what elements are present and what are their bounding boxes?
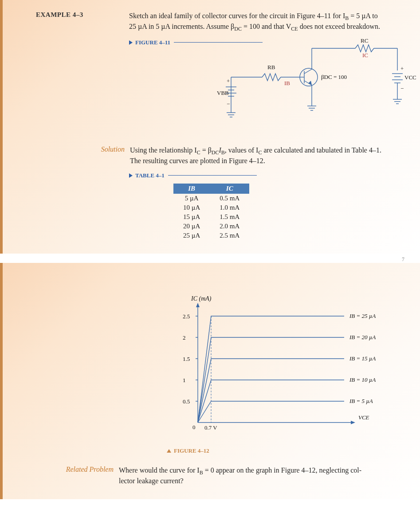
problem-text-frag: = 100 and that V <box>242 23 291 30</box>
cell-ib: 5 µA <box>173 194 210 203</box>
cell-ib: 15 µA <box>173 212 210 222</box>
circuit-ib-label: IB <box>284 80 290 86</box>
chart-yticks: 2.5 2 1.5 1 0.5 <box>183 313 198 405</box>
related-problem-block: Related Problem Where would the curve fo… <box>36 466 404 486</box>
triangle-right-icon <box>129 40 133 45</box>
chart-series-label: IB = 5 µA <box>349 398 373 404</box>
figure-label: FIGURE 4–11 <box>135 39 170 46</box>
table-row: 10 µA1.0 mA <box>173 203 249 212</box>
table-row: 25 µA2.5 mA <box>173 231 249 240</box>
table-label-row: TABLE 4–1 <box>129 172 404 179</box>
circuit-rc-label: RC <box>361 37 368 44</box>
chart-series-label: IB = 20 µA <box>349 334 376 340</box>
sub-b: B <box>221 149 225 156</box>
sub-dc: DC <box>234 26 242 32</box>
example-header: EXAMPLE 4–3 <box>36 11 83 19</box>
triangle-up-icon <box>167 449 171 453</box>
rel-frag: lector leakage current? <box>119 477 184 485</box>
sol-frag: = β <box>200 146 212 154</box>
svg-text:+: + <box>400 65 404 72</box>
example-panel-top: EXAMPLE 4–3 Sketch an ideal family of co… <box>0 0 420 254</box>
chart-series-label: IB = 25 µA <box>349 313 376 319</box>
circuit-beta-label: βDC = 100 <box>321 74 347 80</box>
chart-xlabel: VCE <box>358 414 369 421</box>
figure12-label-row: FIGURE 4–12 <box>167 447 404 454</box>
svg-text:2: 2 <box>183 334 186 341</box>
problem-text-frag: = 5 µA to <box>349 12 377 20</box>
sol-frag: are calculated and tabulated in Table 4–… <box>262 146 381 154</box>
table-row: 5 µA0.5 mA <box>173 194 249 203</box>
circuit-rb-label: RB <box>267 64 275 70</box>
example-panel-bottom: .ax{stroke:#3a6aa8;stroke-width:1.4;fill… <box>0 263 420 499</box>
rel-frag: Where would the curve for I <box>119 466 200 474</box>
svg-marker-41 <box>351 421 355 424</box>
data-table: IB IC 5 µA0.5 mA 10 µA1.0 mA 15 µA1.5 mA… <box>173 184 249 240</box>
chart-series-label: IB = 15 µA <box>349 355 376 362</box>
svg-text:1.5: 1.5 <box>183 356 190 362</box>
sub-c: C <box>197 149 200 156</box>
table-row: 20 µA2.0 mA <box>173 222 249 231</box>
sub-dc: DC <box>212 149 219 156</box>
table-rule <box>168 175 257 176</box>
related-label: Related Problem <box>49 466 114 486</box>
svg-text:+: + <box>227 78 230 84</box>
cell-ic: 0.5 mA <box>210 194 249 203</box>
solution-label: Solution <box>87 145 125 166</box>
cell-ic: 1.0 mA <box>210 203 249 212</box>
svg-marker-39 <box>196 303 200 307</box>
chart-series-label: IB = 10 µA <box>349 376 376 383</box>
sol-frag: The resulting curves are plotted in Figu… <box>130 157 265 164</box>
cell-ic: 1.5 mA <box>210 212 249 222</box>
sub-ce: CE <box>291 26 298 32</box>
page-number: 7 <box>0 256 404 263</box>
sol-frag: , values of I <box>225 146 259 154</box>
sol-frag: Using the relationship I <box>130 146 197 154</box>
figure12-label: FIGURE 4–12 <box>174 447 209 454</box>
svg-text:−: − <box>227 101 230 107</box>
sub-b: B <box>200 469 203 476</box>
related-text: Where would the curve for IB = 0 appear … <box>119 466 361 486</box>
table-row: 15 µA1.5 mA <box>173 212 249 222</box>
chart-xbreak: 0.7 V <box>204 424 217 431</box>
problem-text-frag: does not exceed breakdown. <box>298 23 380 30</box>
cell-ib: 25 µA <box>173 231 210 240</box>
svg-line-17 <box>304 69 312 74</box>
problem-text-frag: Sketch an ideal family of collector curv… <box>129 12 345 20</box>
problem-text-frag: 25 µA in 5 µA increments. Assume β <box>129 23 234 30</box>
cell-ib: 20 µA <box>173 222 210 231</box>
collector-curves-chart: .ax{stroke:#3a6aa8;stroke-width:1.4;fill… <box>167 294 404 442</box>
data-table-wrap: IB IC 5 µA0.5 mA 10 µA1.0 mA 15 µA1.5 mA… <box>173 184 404 240</box>
circuit-diagram: .wire{stroke:#3a6aa8;stroke-width:1.4;fi… <box>213 37 404 132</box>
circuit-vbb-label: VBB <box>217 90 229 96</box>
table-head-ic: IC <box>210 184 249 194</box>
cell-ic: 2.5 mA <box>210 231 249 240</box>
problem-statement: Sketch an ideal family of collector curv… <box>129 11 404 33</box>
chart-ylabel: IC (mA) <box>191 295 212 302</box>
svg-marker-19 <box>308 81 312 85</box>
triangle-right-icon <box>129 173 133 178</box>
solution-text: Using the relationship IC = βDCIB, value… <box>130 145 381 166</box>
svg-text:0: 0 <box>192 424 196 430</box>
circuit-vcc-label: VCC <box>404 74 416 81</box>
rel-frag: = 0 appear on the graph in Figure 4–12, … <box>203 466 361 474</box>
svg-text:−: − <box>400 85 404 92</box>
table-label: TABLE 4–1 <box>135 172 165 179</box>
cell-ic: 2.0 mA <box>210 222 249 231</box>
svg-text:0.5: 0.5 <box>183 398 190 405</box>
cell-ib: 10 µA <box>173 203 210 212</box>
table-head-ib: IB <box>173 184 210 194</box>
solution-block: Solution Using the relationship IC = βDC… <box>36 145 404 166</box>
circuit-ic-label: IC <box>362 52 368 59</box>
svg-text:1: 1 <box>183 377 186 383</box>
svg-text:2.5: 2.5 <box>183 313 190 320</box>
